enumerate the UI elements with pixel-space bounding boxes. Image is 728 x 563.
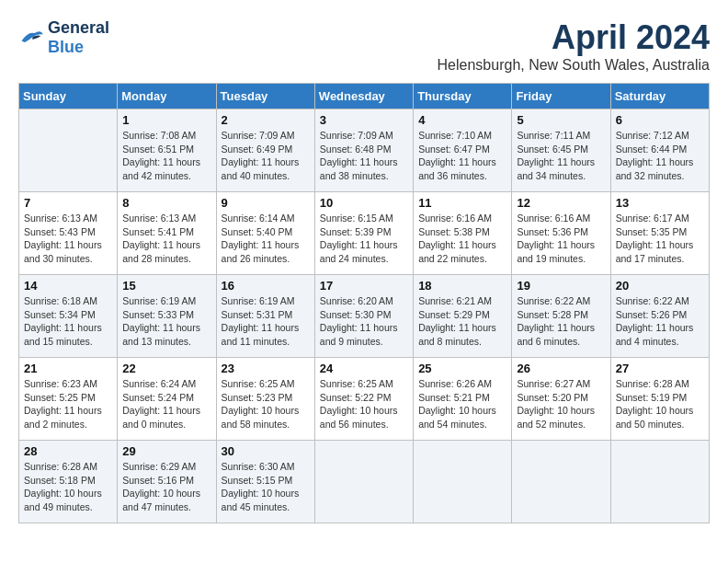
- day-info: Sunrise: 6:13 AMSunset: 5:43 PMDaylight:…: [24, 212, 112, 266]
- table-row: 22Sunrise: 6:24 AMSunset: 5:24 PMDayligh…: [118, 358, 216, 441]
- table-row: 23Sunrise: 6:25 AMSunset: 5:23 PMDayligh…: [216, 358, 314, 441]
- calendar-week-row: 14Sunrise: 6:18 AMSunset: 5:34 PMDayligh…: [19, 275, 710, 358]
- day-number: 23: [222, 362, 310, 375]
- table-row: 15Sunrise: 6:19 AMSunset: 5:33 PMDayligh…: [118, 275, 216, 358]
- table-row: 12Sunrise: 6:16 AMSunset: 5:36 PMDayligh…: [512, 192, 610, 275]
- day-number: 30: [222, 444, 310, 458]
- day-number: 9: [222, 196, 310, 210]
- day-info: Sunrise: 6:16 AMSunset: 5:38 PMDaylight:…: [418, 212, 506, 266]
- table-row: 16Sunrise: 6:19 AMSunset: 5:31 PMDayligh…: [216, 275, 314, 358]
- table-row: 13Sunrise: 6:17 AMSunset: 5:35 PMDayligh…: [610, 192, 709, 275]
- table-row: [314, 441, 413, 523]
- table-row: 26Sunrise: 6:27 AMSunset: 5:20 PMDayligh…: [512, 358, 610, 441]
- table-row: 8Sunrise: 6:13 AMSunset: 5:41 PMDaylight…: [118, 192, 216, 275]
- day-number: 15: [122, 279, 210, 293]
- header-wednesday: Wednesday: [314, 84, 413, 109]
- day-info: Sunrise: 6:30 AMSunset: 5:15 PMDaylight:…: [222, 460, 310, 514]
- table-row: 14Sunrise: 6:18 AMSunset: 5:34 PMDayligh…: [19, 275, 118, 358]
- day-number: 27: [616, 362, 704, 375]
- day-info: Sunrise: 7:09 AMSunset: 6:48 PMDaylight:…: [320, 129, 408, 183]
- day-number: 21: [24, 362, 112, 375]
- day-info: Sunrise: 7:08 AMSunset: 6:51 PMDaylight:…: [122, 129, 210, 183]
- day-number: 11: [418, 196, 506, 210]
- day-info: Sunrise: 6:23 AMSunset: 5:25 PMDaylight:…: [24, 377, 112, 431]
- table-row: 3Sunrise: 7:09 AMSunset: 6:48 PMDaylight…: [314, 109, 413, 192]
- day-number: 4: [418, 113, 506, 127]
- table-row: 27Sunrise: 6:28 AMSunset: 5:19 PMDayligh…: [610, 358, 709, 441]
- day-info: Sunrise: 6:13 AMSunset: 5:41 PMDaylight:…: [122, 212, 210, 266]
- day-number: 13: [616, 196, 704, 210]
- table-row: 7Sunrise: 6:13 AMSunset: 5:43 PMDaylight…: [19, 192, 118, 275]
- table-row: [414, 441, 512, 523]
- title-block: April 2024 Helensburgh, New South Wales,…: [438, 18, 710, 74]
- day-number: 22: [122, 362, 210, 375]
- day-info: Sunrise: 6:14 AMSunset: 5:40 PMDaylight:…: [222, 212, 310, 266]
- table-row: 29Sunrise: 6:29 AMSunset: 5:16 PMDayligh…: [118, 441, 216, 523]
- day-info: Sunrise: 6:22 AMSunset: 5:26 PMDaylight:…: [616, 294, 704, 349]
- header-sunday: Sunday: [19, 84, 118, 109]
- header-monday: Monday: [118, 84, 216, 109]
- month-title: April 2024: [438, 18, 710, 57]
- table-row: 25Sunrise: 6:26 AMSunset: 5:21 PMDayligh…: [414, 358, 512, 441]
- header-saturday: Saturday: [610, 84, 709, 109]
- table-row: 17Sunrise: 6:20 AMSunset: 5:30 PMDayligh…: [314, 275, 413, 358]
- day-info: Sunrise: 6:20 AMSunset: 5:30 PMDaylight:…: [320, 294, 408, 349]
- table-row: 4Sunrise: 7:10 AMSunset: 6:47 PMDaylight…: [414, 109, 512, 192]
- logo: General Blue: [18, 18, 109, 57]
- day-info: Sunrise: 6:28 AMSunset: 5:18 PMDaylight:…: [24, 460, 112, 514]
- day-number: 10: [320, 196, 408, 210]
- table-row: 11Sunrise: 6:16 AMSunset: 5:38 PMDayligh…: [414, 192, 512, 275]
- day-number: 25: [418, 362, 506, 375]
- table-row: 1Sunrise: 7:08 AMSunset: 6:51 PMDaylight…: [118, 109, 216, 192]
- day-info: Sunrise: 6:26 AMSunset: 5:21 PMDaylight:…: [418, 377, 506, 431]
- calendar-table: Sunday Monday Tuesday Wednesday Thursday…: [18, 83, 710, 523]
- table-row: [610, 441, 709, 523]
- table-row: [512, 441, 610, 523]
- table-row: 2Sunrise: 7:09 AMSunset: 6:49 PMDaylight…: [216, 109, 314, 192]
- day-number: 17: [320, 279, 408, 293]
- day-number: 1: [122, 113, 210, 127]
- day-info: Sunrise: 6:19 AMSunset: 5:31 PMDaylight:…: [222, 294, 310, 349]
- header-friday: Friday: [512, 84, 610, 109]
- calendar-week-row: 1Sunrise: 7:08 AMSunset: 6:51 PMDaylight…: [19, 109, 710, 192]
- table-row: 6Sunrise: 7:12 AMSunset: 6:44 PMDaylight…: [610, 109, 709, 192]
- day-number: 8: [122, 196, 210, 210]
- day-info: Sunrise: 6:18 AMSunset: 5:34 PMDaylight:…: [24, 294, 112, 349]
- table-row: 19Sunrise: 6:22 AMSunset: 5:28 PMDayligh…: [512, 275, 610, 358]
- calendar-header-row: Sunday Monday Tuesday Wednesday Thursday…: [19, 84, 710, 109]
- day-number: 16: [222, 279, 310, 293]
- day-number: 20: [616, 279, 704, 293]
- calendar-week-row: 7Sunrise: 6:13 AMSunset: 5:43 PMDaylight…: [19, 192, 710, 275]
- day-number: 3: [320, 113, 408, 127]
- day-info: Sunrise: 6:28 AMSunset: 5:19 PMDaylight:…: [616, 377, 704, 431]
- day-info: Sunrise: 6:29 AMSunset: 5:16 PMDaylight:…: [122, 460, 210, 514]
- day-number: 7: [24, 196, 112, 210]
- day-info: Sunrise: 7:11 AMSunset: 6:45 PMDaylight:…: [517, 129, 605, 183]
- day-number: 12: [517, 196, 605, 210]
- day-info: Sunrise: 6:21 AMSunset: 5:29 PMDaylight:…: [418, 294, 506, 349]
- day-number: 19: [517, 279, 605, 293]
- header-thursday: Thursday: [414, 84, 512, 109]
- day-info: Sunrise: 6:16 AMSunset: 5:36 PMDaylight:…: [517, 212, 605, 266]
- table-row: [19, 109, 118, 192]
- location: Helensburgh, New South Wales, Australia: [438, 57, 710, 74]
- day-number: 6: [616, 113, 704, 127]
- day-number: 18: [418, 279, 506, 293]
- calendar-week-row: 28Sunrise: 6:28 AMSunset: 5:18 PMDayligh…: [19, 441, 710, 523]
- table-row: 21Sunrise: 6:23 AMSunset: 5:25 PMDayligh…: [19, 358, 118, 441]
- day-info: Sunrise: 7:10 AMSunset: 6:47 PMDaylight:…: [418, 129, 506, 183]
- day-info: Sunrise: 7:09 AMSunset: 6:49 PMDaylight:…: [222, 129, 310, 183]
- table-row: 10Sunrise: 6:15 AMSunset: 5:39 PMDayligh…: [314, 192, 413, 275]
- day-info: Sunrise: 6:24 AMSunset: 5:24 PMDaylight:…: [122, 377, 210, 431]
- day-number: 5: [517, 113, 605, 127]
- day-info: Sunrise: 6:25 AMSunset: 5:23 PMDaylight:…: [222, 377, 310, 431]
- day-info: Sunrise: 6:25 AMSunset: 5:22 PMDaylight:…: [320, 377, 408, 431]
- table-row: 9Sunrise: 6:14 AMSunset: 5:40 PMDaylight…: [216, 192, 314, 275]
- day-number: 28: [24, 444, 112, 458]
- day-number: 24: [320, 362, 408, 375]
- day-info: Sunrise: 6:27 AMSunset: 5:20 PMDaylight:…: [517, 377, 605, 431]
- logo-bird-icon: [18, 28, 44, 48]
- day-number: 29: [122, 444, 210, 458]
- day-info: Sunrise: 6:15 AMSunset: 5:39 PMDaylight:…: [320, 212, 408, 266]
- table-row: 24Sunrise: 6:25 AMSunset: 5:22 PMDayligh…: [314, 358, 413, 441]
